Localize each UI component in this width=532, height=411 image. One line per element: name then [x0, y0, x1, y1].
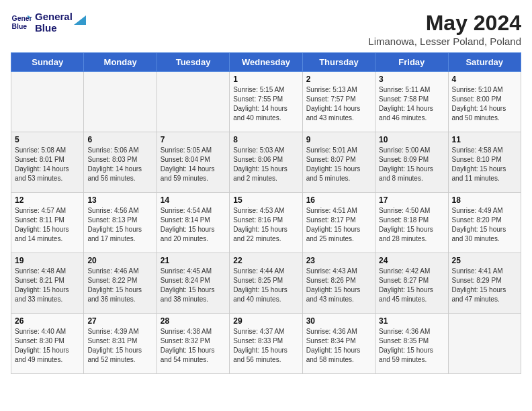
- logo: General Blue General Blue: [11, 11, 87, 34]
- weekday-header-friday: Friday: [375, 53, 448, 72]
- day-number: 20: [87, 256, 152, 265]
- day-number: 2: [306, 75, 371, 84]
- day-number: 5: [15, 135, 80, 144]
- day-sun-info: Sunrise: 4:58 AMSunset: 8:10 PMDaylight:…: [452, 146, 517, 183]
- calendar-cell: 3Sunrise: 5:11 AMSunset: 7:58 PMDaylight…: [375, 72, 448, 132]
- day-sun-info: Sunrise: 4:53 AMSunset: 8:16 PMDaylight:…: [233, 206, 298, 244]
- day-number: 17: [379, 195, 444, 205]
- calendar-cell: 28Sunrise: 4:38 AMSunset: 8:32 PMDayligh…: [157, 314, 229, 374]
- day-sun-info: Sunrise: 4:36 AMSunset: 8:35 PMDaylight:…: [379, 327, 444, 365]
- day-number: 16: [306, 195, 371, 205]
- calendar-cell: 26Sunrise: 4:40 AMSunset: 8:30 PMDayligh…: [11, 314, 84, 374]
- day-sun-info: Sunrise: 4:49 AMSunset: 8:20 PMDaylight:…: [452, 206, 517, 244]
- day-sun-info: Sunrise: 4:38 AMSunset: 8:32 PMDaylight:…: [161, 327, 226, 365]
- weekday-header-sunday: Sunday: [11, 53, 84, 72]
- title-area: May 2024 Limanowa, Lesser Poland, Poland: [368, 11, 521, 47]
- day-number: 25: [452, 256, 517, 265]
- calendar-cell: 31Sunrise: 4:36 AMSunset: 8:35 PMDayligh…: [375, 314, 448, 374]
- calendar-cell: 18Sunrise: 4:49 AMSunset: 8:20 PMDayligh…: [448, 193, 521, 253]
- day-sun-info: Sunrise: 5:03 AMSunset: 8:06 PMDaylight:…: [233, 146, 298, 183]
- weekday-header-row: SundayMondayTuesdayWednesdayThursdayFrid…: [11, 53, 521, 72]
- day-number: 13: [87, 195, 152, 205]
- day-sun-info: Sunrise: 4:56 AMSunset: 8:13 PMDaylight:…: [87, 206, 152, 244]
- calendar-cell: 5Sunrise: 5:08 AMSunset: 8:01 PMDaylight…: [11, 132, 84, 193]
- day-sun-info: Sunrise: 4:43 AMSunset: 8:26 PMDaylight:…: [306, 267, 371, 304]
- calendar-cell: 1Sunrise: 5:15 AMSunset: 7:55 PMDaylight…: [230, 72, 302, 132]
- svg-marker-3: [74, 15, 86, 25]
- calendar-cell: 20Sunrise: 4:46 AMSunset: 8:22 PMDayligh…: [84, 253, 157, 314]
- calendar-cell: 10Sunrise: 5:00 AMSunset: 8:09 PMDayligh…: [375, 132, 448, 193]
- day-number: 12: [15, 195, 80, 205]
- week-row-2: 5Sunrise: 5:08 AMSunset: 8:01 PMDaylight…: [11, 132, 521, 193]
- calendar-body: 1Sunrise: 5:15 AMSunset: 7:55 PMDaylight…: [11, 72, 521, 374]
- calendar-cell: 22Sunrise: 4:44 AMSunset: 8:25 PMDayligh…: [230, 253, 302, 314]
- calendar-cell: 2Sunrise: 5:13 AMSunset: 7:57 PMDaylight…: [302, 72, 375, 132]
- day-number: 26: [15, 316, 80, 326]
- weekday-header-monday: Monday: [84, 53, 157, 72]
- day-sun-info: Sunrise: 4:45 AMSunset: 8:24 PMDaylight:…: [161, 267, 226, 304]
- day-sun-info: Sunrise: 4:37 AMSunset: 8:33 PMDaylight:…: [233, 327, 298, 365]
- calendar-cell: 16Sunrise: 4:51 AMSunset: 8:17 PMDayligh…: [302, 193, 375, 253]
- day-number: 6: [87, 135, 152, 144]
- day-sun-info: Sunrise: 4:39 AMSunset: 8:31 PMDaylight:…: [87, 327, 152, 365]
- calendar-cell: 17Sunrise: 4:50 AMSunset: 8:18 PMDayligh…: [375, 193, 448, 253]
- calendar-table: SundayMondayTuesdayWednesdayThursdayFrid…: [11, 52, 521, 374]
- logo-general: General: [35, 11, 73, 22]
- logo-icon: General Blue: [11, 11, 32, 33]
- day-sun-info: Sunrise: 5:06 AMSunset: 8:03 PMDaylight:…: [87, 146, 152, 183]
- calendar-cell: 30Sunrise: 4:36 AMSunset: 8:34 PMDayligh…: [302, 314, 375, 374]
- day-number: 29: [233, 316, 298, 326]
- day-sun-info: Sunrise: 5:01 AMSunset: 8:07 PMDaylight:…: [306, 146, 371, 183]
- page-header: General Blue General Blue May 2024 Liman…: [11, 11, 521, 47]
- calendar-cell: [84, 72, 157, 132]
- day-sun-info: Sunrise: 4:40 AMSunset: 8:30 PMDaylight:…: [15, 327, 80, 365]
- day-number: 7: [161, 135, 226, 144]
- day-number: 9: [306, 135, 371, 144]
- week-row-3: 12Sunrise: 4:57 AMSunset: 8:11 PMDayligh…: [11, 193, 521, 253]
- calendar-cell: 14Sunrise: 4:54 AMSunset: 8:14 PMDayligh…: [157, 193, 229, 253]
- day-sun-info: Sunrise: 5:05 AMSunset: 8:04 PMDaylight:…: [161, 146, 226, 183]
- day-number: 14: [161, 195, 226, 205]
- day-number: 24: [379, 256, 444, 265]
- calendar-cell: 29Sunrise: 4:37 AMSunset: 8:33 PMDayligh…: [230, 314, 302, 374]
- week-row-4: 19Sunrise: 4:48 AMSunset: 8:21 PMDayligh…: [11, 253, 521, 314]
- calendar-cell: 7Sunrise: 5:05 AMSunset: 8:04 PMDaylight…: [157, 132, 229, 193]
- day-number: 21: [161, 256, 226, 265]
- calendar-cell: 9Sunrise: 5:01 AMSunset: 8:07 PMDaylight…: [302, 132, 375, 193]
- week-row-1: 1Sunrise: 5:15 AMSunset: 7:55 PMDaylight…: [11, 72, 521, 132]
- day-number: 8: [233, 135, 298, 144]
- calendar-cell: 15Sunrise: 4:53 AMSunset: 8:16 PMDayligh…: [230, 193, 302, 253]
- day-number: 1: [233, 75, 298, 84]
- day-number: 23: [306, 256, 371, 265]
- day-sun-info: Sunrise: 5:00 AMSunset: 8:09 PMDaylight:…: [379, 146, 444, 183]
- day-number: 11: [452, 135, 517, 144]
- day-number: 28: [161, 316, 226, 326]
- day-number: 22: [233, 256, 298, 265]
- day-number: 19: [15, 256, 80, 265]
- day-sun-info: Sunrise: 4:51 AMSunset: 8:17 PMDaylight:…: [306, 206, 371, 244]
- day-sun-info: Sunrise: 4:46 AMSunset: 8:22 PMDaylight:…: [87, 267, 152, 304]
- day-sun-info: Sunrise: 4:57 AMSunset: 8:11 PMDaylight:…: [15, 206, 80, 244]
- location-subtitle: Limanowa, Lesser Poland, Poland: [368, 36, 521, 47]
- calendar-cell: [11, 72, 84, 132]
- day-sun-info: Sunrise: 4:54 AMSunset: 8:14 PMDaylight:…: [161, 206, 226, 244]
- calendar-cell: 19Sunrise: 4:48 AMSunset: 8:21 PMDayligh…: [11, 253, 84, 314]
- calendar-cell: [157, 72, 229, 132]
- day-sun-info: Sunrise: 5:13 AMSunset: 7:57 PMDaylight:…: [306, 85, 371, 123]
- weekday-header-thursday: Thursday: [302, 53, 375, 72]
- calendar-cell: 13Sunrise: 4:56 AMSunset: 8:13 PMDayligh…: [84, 193, 157, 253]
- day-number: 10: [379, 135, 444, 144]
- day-sun-info: Sunrise: 5:11 AMSunset: 7:58 PMDaylight:…: [379, 85, 444, 123]
- weekday-header-saturday: Saturday: [448, 53, 521, 72]
- day-number: 18: [452, 195, 517, 205]
- calendar-cell: [448, 314, 521, 374]
- day-sun-info: Sunrise: 5:10 AMSunset: 8:00 PMDaylight:…: [452, 85, 517, 123]
- calendar-cell: 21Sunrise: 4:45 AMSunset: 8:24 PMDayligh…: [157, 253, 229, 314]
- day-sun-info: Sunrise: 4:42 AMSunset: 8:27 PMDaylight:…: [379, 267, 444, 304]
- month-year-title: May 2024: [368, 11, 521, 36]
- day-sun-info: Sunrise: 4:41 AMSunset: 8:29 PMDaylight:…: [452, 267, 517, 304]
- week-row-5: 26Sunrise: 4:40 AMSunset: 8:30 PMDayligh…: [11, 314, 521, 374]
- calendar-cell: 6Sunrise: 5:06 AMSunset: 8:03 PMDaylight…: [84, 132, 157, 193]
- day-sun-info: Sunrise: 4:36 AMSunset: 8:34 PMDaylight:…: [306, 327, 371, 365]
- svg-text:Blue: Blue: [12, 23, 28, 30]
